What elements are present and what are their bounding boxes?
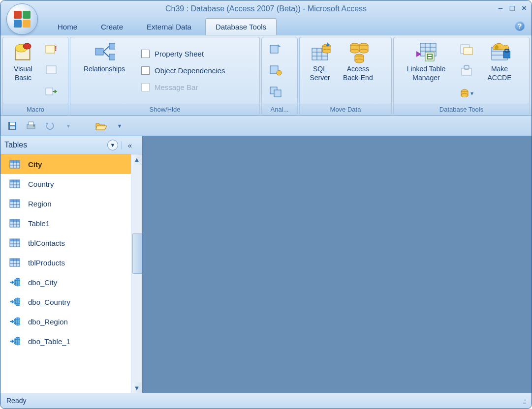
office-button[interactable]	[6, 3, 38, 35]
svg-rect-54	[10, 122, 15, 125]
nav-item-label: Country	[28, 180, 54, 188]
nav-item-region[interactable]: Region	[0, 194, 131, 213]
documenter-button[interactable]	[268, 84, 283, 99]
linked-table-manager-label: Linked Table Manager	[407, 65, 445, 82]
svg-point-13	[277, 70, 282, 75]
nav-item-table1[interactable]: Table1	[0, 213, 131, 233]
qat-customize[interactable]: ▼	[114, 120, 125, 132]
nav-item-dbo-region[interactable]: dbo_Region	[0, 312, 131, 331]
nav-item-tblcontacts[interactable]: tblContacts	[0, 233, 131, 253]
tab-external-data[interactable]: External Data	[137, 19, 201, 35]
linked-table-manager-button[interactable]: Linked Table Manager	[396, 39, 457, 102]
nav-item-label: dbo_Region	[28, 318, 68, 326]
addins-button[interactable]: ▾	[459, 84, 474, 99]
analyze-table-button[interactable]	[268, 42, 283, 58]
close-button[interactable]: ×	[522, 3, 527, 13]
quick-access-toolbar: ▼ ▼	[0, 116, 532, 136]
app-window: Ch39 : Database (Access 2007 (Beta)) - M…	[0, 0, 532, 409]
property-sheet-toggle[interactable]: Property Sheet	[136, 46, 230, 62]
relationships-label: Relationships	[84, 65, 125, 74]
access-backend-button[interactable]: Access Back-End	[338, 39, 378, 102]
nav-collapse-button[interactable]: «	[121, 141, 138, 149]
ribbon-tab-strip: Home Create External Data Database Tools…	[0, 17, 532, 35]
message-bar-toggle: Message Bar	[136, 79, 230, 96]
nav-scrollbar[interactable]: ▲ ▼	[131, 154, 142, 393]
svg-point-91	[14, 318, 20, 325]
nav-item-label: dbo_City	[28, 278, 57, 287]
nav-item-label: Region	[28, 200, 52, 208]
convert-macros-button[interactable]	[43, 84, 59, 99]
relationships-icon	[94, 41, 115, 63]
svg-rect-8	[95, 48, 103, 55]
svg-point-58	[33, 125, 35, 127]
group-show-hide: Relationships Property Sheet Object Depe…	[70, 37, 260, 116]
table-icon	[9, 238, 20, 248]
group-analyze-label: Anal...	[262, 104, 297, 115]
nav-item-city[interactable]: City	[0, 154, 131, 174]
svg-rect-10	[109, 54, 115, 60]
undo-button[interactable]	[44, 120, 56, 132]
scroll-thumb[interactable]	[132, 234, 142, 274]
svg-rect-7	[46, 88, 53, 95]
macro-shortcut-button[interactable]	[43, 62, 59, 78]
object-dependencies-toggle[interactable]: Object Dependencies	[136, 62, 230, 79]
svg-point-45	[461, 93, 468, 97]
minimize-button[interactable]: –	[498, 3, 502, 13]
qat-dropdown[interactable]: ▼	[63, 120, 74, 132]
nav-filter-dropdown[interactable]: ▼	[107, 140, 118, 150]
svg-point-26	[350, 49, 359, 53]
resize-grip[interactable]: .::	[522, 397, 526, 405]
visual-basic-button[interactable]: Visual Basic	[5, 39, 41, 102]
svg-rect-85	[10, 259, 20, 261]
svg-rect-80	[10, 239, 20, 241]
svg-point-29	[359, 49, 368, 53]
scroll-up-button[interactable]: ▲	[132, 154, 142, 164]
group-macro-label: Macro	[3, 104, 68, 115]
status-text: Ready	[6, 397, 26, 405]
table-icon	[9, 199, 20, 208]
run-macro-button[interactable]: !	[43, 42, 59, 58]
print-button[interactable]	[25, 120, 37, 132]
scroll-track[interactable]	[132, 165, 141, 382]
svg-rect-57	[29, 122, 33, 125]
make-accde-button[interactable]: Make ACCDE	[481, 39, 518, 102]
nav-item-dbo-table-1[interactable]: dbo_Table_1	[0, 331, 131, 351]
group-database-tools-label: Database Tools	[394, 104, 529, 115]
nav-title: Tables	[4, 141, 107, 149]
group-macro: Visual Basic ! Macro	[2, 37, 68, 116]
svg-point-3	[23, 43, 31, 49]
switchboard-manager-button[interactable]	[459, 42, 474, 58]
relationships-button[interactable]: Relationships	[72, 39, 136, 102]
save-button[interactable]	[6, 120, 18, 132]
svg-point-89	[14, 278, 20, 286]
nav-item-label: tblContacts	[28, 239, 65, 247]
sql-server-button[interactable]: SQL Server	[302, 39, 338, 102]
nav-item-dbo-city[interactable]: dbo_City	[0, 272, 131, 292]
analyze-performance-button[interactable]	[268, 62, 283, 78]
nav-item-country[interactable]: Country	[0, 174, 131, 194]
workspace: Tables ▼ « CityCountryRegionTable1tblCon…	[0, 136, 532, 393]
nav-item-label: dbo_Table_1	[28, 337, 70, 346]
table-icon	[9, 159, 20, 169]
nav-item-label: tblProducts	[28, 259, 65, 267]
scroll-down-button[interactable]: ▼	[132, 383, 142, 393]
nav-item-dbo-country[interactable]: dbo_Country	[0, 292, 131, 312]
encrypt-password-button[interactable]	[459, 62, 474, 78]
maximize-button[interactable]: □	[510, 3, 515, 13]
title-bar: Ch39 : Database (Access 2007 (Beta)) - M…	[0, 0, 532, 17]
nav-header[interactable]: Tables ▼ «	[0, 136, 142, 154]
svg-point-92	[14, 337, 20, 345]
svg-point-32	[355, 59, 364, 63]
table-icon	[9, 258, 20, 267]
access-backend-icon	[347, 41, 369, 63]
svg-rect-11	[270, 45, 278, 53]
help-icon[interactable]: ?	[515, 21, 525, 31]
tab-database-tools[interactable]: Database Tools	[205, 18, 277, 35]
tab-home[interactable]: Home	[48, 19, 87, 35]
tab-create[interactable]: Create	[91, 19, 133, 35]
open-folder-button[interactable]	[95, 120, 107, 132]
svg-text:!: !	[55, 45, 57, 53]
nav-item-tblproducts[interactable]: tblProducts	[0, 253, 131, 272]
checkbox-icon	[141, 66, 150, 75]
checkbox-icon	[141, 83, 150, 91]
